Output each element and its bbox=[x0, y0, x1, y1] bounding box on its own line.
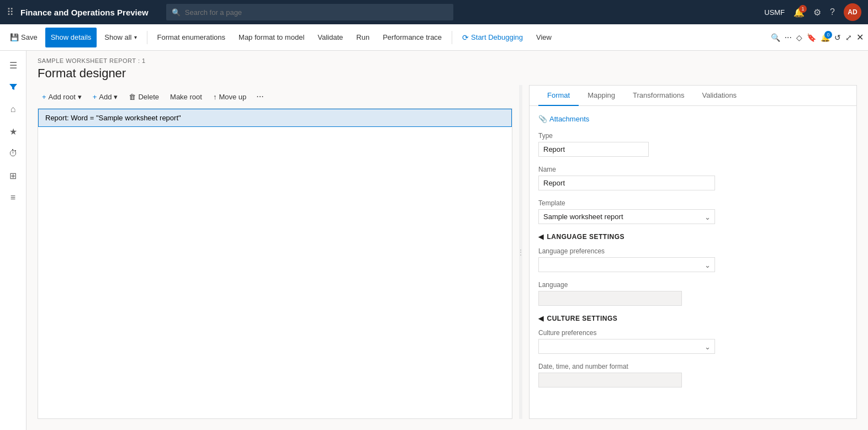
tab-transformations[interactable]: Transformations bbox=[624, 86, 693, 106]
show-details-button[interactable]: Show details bbox=[45, 28, 97, 47]
notifications-button[interactable]: 🔔 1 bbox=[793, 7, 805, 18]
tree-item[interactable]: Report: Word = "Sample worksheet report" bbox=[38, 109, 512, 127]
delete-icon: 🗑 bbox=[129, 93, 136, 101]
paperclip-icon: 📎 bbox=[538, 115, 547, 123]
lang-prefs-label: Language preferences bbox=[538, 247, 848, 255]
company-code: USMF bbox=[764, 8, 785, 17]
language-label: Language bbox=[538, 281, 848, 289]
tab-format[interactable]: Format bbox=[538, 86, 579, 106]
type-field-group: Type bbox=[538, 132, 848, 157]
template-label: Template bbox=[538, 199, 848, 207]
more-button[interactable]: ··· bbox=[253, 89, 267, 104]
right-panel: Format Mapping Transformations Validatio… bbox=[529, 85, 857, 419]
refresh-icon[interactable]: ↺ bbox=[834, 33, 841, 42]
lang-prefs-field-group: Language preferences bbox=[538, 247, 848, 272]
date-time-input[interactable] bbox=[538, 373, 682, 387]
map-format-button[interactable]: Map format to model bbox=[233, 28, 310, 47]
culture-prefs-label: Culture preferences bbox=[538, 329, 848, 337]
grid-icon[interactable]: ⠿ bbox=[7, 6, 14, 18]
right-content: 📎 Attachments Type Name Template bbox=[530, 106, 856, 418]
culture-settings-header[interactable]: ◀ CULTURE SETTINGS bbox=[538, 315, 848, 322]
sidebar-filter[interactable] bbox=[3, 77, 23, 97]
add-chevron: ▾ bbox=[114, 93, 118, 101]
add-root-chevron: ▾ bbox=[78, 93, 82, 101]
language-collapse-icon: ◀ bbox=[538, 233, 544, 241]
separator-1 bbox=[147, 31, 147, 44]
show-all-button[interactable]: Show all ▾ bbox=[99, 28, 142, 47]
settings-button[interactable]: ⚙ bbox=[813, 7, 821, 18]
template-field-group: Template Sample worksheet report bbox=[538, 199, 848, 224]
app-title: Finance and Operations Preview bbox=[20, 8, 149, 17]
badge-count: 0 bbox=[824, 31, 832, 39]
topbar: ⠿ Finance and Operations Preview 🔍 USMF … bbox=[0, 0, 868, 24]
panel-divider[interactable]: ⋮ bbox=[519, 85, 522, 419]
add-root-button[interactable]: + Add root ▾ bbox=[38, 91, 86, 103]
culture-prefs-field-group: Culture preferences bbox=[538, 329, 848, 354]
breadcrumb: SAMPLE WORKSHEET REPORT : 1 bbox=[38, 57, 857, 64]
main-layout: ☰ ⌂ ★ ⏱ ⊞ ≡ SAMPLE WORKSHEET REPORT : 1 … bbox=[0, 51, 868, 430]
format-enumerations-button[interactable]: Format enumerations bbox=[152, 28, 231, 47]
tab-mapping[interactable]: Mapping bbox=[579, 86, 624, 106]
name-input[interactable] bbox=[538, 176, 715, 190]
lang-prefs-select[interactable] bbox=[538, 257, 715, 272]
close-icon[interactable]: ✕ bbox=[856, 32, 864, 43]
right-tabs: Format Mapping Transformations Validatio… bbox=[530, 86, 856, 106]
search-icon: 🔍 bbox=[172, 8, 181, 17]
type-input[interactable] bbox=[538, 142, 649, 157]
user-avatar[interactable]: AD bbox=[844, 3, 861, 21]
name-label: Name bbox=[538, 166, 848, 173]
move-up-button[interactable]: ↑ Move up bbox=[209, 91, 251, 103]
language-settings-header[interactable]: ◀ LANGUAGE SETTINGS bbox=[538, 233, 848, 241]
sidebar-hamburger[interactable]: ☰ bbox=[3, 55, 23, 75]
sidebar-workspaces[interactable]: ⊞ bbox=[3, 166, 23, 185]
add-root-icon: + bbox=[42, 93, 46, 101]
sidebar-favorites[interactable]: ★ bbox=[3, 121, 23, 141]
start-debugging-button[interactable]: ⟳ Start Debugging bbox=[457, 28, 528, 47]
notification-badge: 1 bbox=[799, 5, 807, 13]
attachments-link[interactable]: 📎 Attachments bbox=[538, 115, 848, 123]
performance-trace-button[interactable]: Performance trace bbox=[377, 28, 447, 47]
tab-validations[interactable]: Validations bbox=[693, 86, 745, 106]
make-root-button[interactable]: Make root bbox=[166, 91, 207, 103]
sidebar-modules[interactable]: ≡ bbox=[3, 188, 23, 208]
culture-collapse-icon: ◀ bbox=[538, 315, 544, 322]
search-toolbar-icon[interactable]: 🔍 bbox=[771, 33, 780, 42]
date-time-field-group: Date, time, and number format bbox=[538, 363, 848, 387]
add-button[interactable]: + Add ▾ bbox=[88, 91, 123, 103]
debug-icon: ⟳ bbox=[462, 33, 469, 42]
validate-button[interactable]: Validate bbox=[312, 28, 348, 47]
name-field-group: Name bbox=[538, 166, 848, 190]
save-icon: 💾 bbox=[10, 33, 19, 41]
show-all-chevron: ▾ bbox=[134, 34, 137, 40]
toolbar: + Add root ▾ + Add ▾ 🗑 Delete Make ro bbox=[38, 85, 512, 108]
designer-area: + Add root ▾ + Add ▾ 🗑 Delete Make ro bbox=[27, 85, 868, 430]
add-icon: + bbox=[93, 93, 97, 101]
popout-icon[interactable]: ⤢ bbox=[845, 33, 852, 42]
tree-item-label: Report: Word = "Sample worksheet report" bbox=[45, 114, 181, 122]
topbar-right: USMF 🔔 1 ⚙ ? AD bbox=[764, 3, 861, 21]
move-up-icon: ↑ bbox=[213, 93, 217, 101]
more-options-icon[interactable]: ··· bbox=[785, 33, 792, 43]
search-input[interactable] bbox=[185, 8, 448, 17]
main-content: SAMPLE WORKSHEET REPORT : 1 Format desig… bbox=[27, 51, 868, 430]
sidebar-recent[interactable]: ⏱ bbox=[3, 144, 23, 163]
type-label: Type bbox=[538, 132, 848, 140]
delete-button[interactable]: 🗑 Delete bbox=[124, 91, 163, 103]
separator-2 bbox=[452, 31, 452, 44]
bookmark-icon[interactable]: 🔖 bbox=[807, 33, 816, 42]
language-input[interactable] bbox=[538, 291, 682, 306]
culture-prefs-select[interactable] bbox=[538, 339, 715, 354]
help-button[interactable]: ? bbox=[830, 7, 835, 17]
favorites-add-icon[interactable]: ◇ bbox=[796, 33, 802, 42]
language-field-group: Language bbox=[538, 281, 848, 306]
run-button[interactable]: Run bbox=[351, 28, 375, 47]
template-select[interactable]: Sample worksheet report bbox=[538, 209, 715, 224]
search-box: 🔍 bbox=[166, 4, 453, 20]
save-button[interactable]: 💾 Save bbox=[4, 28, 43, 47]
view-button[interactable]: View bbox=[531, 28, 557, 47]
actionbar: 💾 Save Show details Show all ▾ Format en… bbox=[0, 24, 868, 51]
sidebar-home[interactable]: ⌂ bbox=[3, 99, 23, 119]
page-header: SAMPLE WORKSHEET REPORT : 1 Format desig… bbox=[27, 51, 868, 85]
left-panel: + Add root ▾ + Add ▾ 🗑 Delete Make ro bbox=[38, 85, 512, 419]
date-time-label: Date, time, and number format bbox=[538, 363, 848, 370]
